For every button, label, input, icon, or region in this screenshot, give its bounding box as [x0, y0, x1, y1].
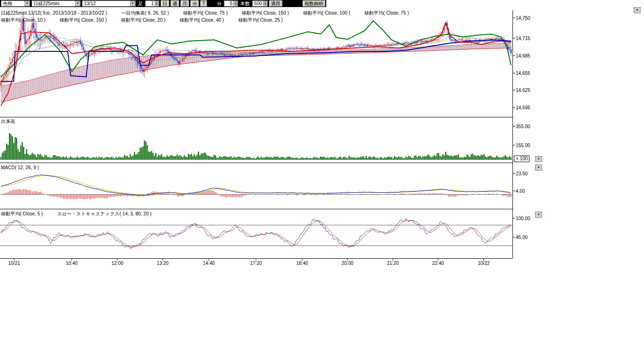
volume-pane	[0, 133, 512, 160]
price-pane-legend-row2: 移動平均( Close, 10 ) 移動平均( Close, 150 ) 移動平…	[1, 17, 297, 24]
bar-count-spinner[interactable]: ▲ ▼	[263, 1, 267, 7]
minute-count-spinner[interactable]: ▲ ▼	[233, 1, 238, 7]
apply-button[interactable]: 適用	[269, 0, 282, 7]
price-axis-label: 14,715	[516, 36, 530, 41]
period-minute-button[interactable]: 分	[190, 0, 199, 7]
stoch-axis-label: 100.00	[516, 216, 530, 221]
macd-axis-label: 4.00	[516, 189, 525, 194]
period-month-button[interactable]: 月	[181, 0, 189, 7]
multi-symbol-button[interactable]: 複数銘柄	[303, 0, 325, 7]
volume-multiplier-badge: × 100	[514, 156, 529, 162]
chevron-down-icon: ▼	[537, 213, 540, 216]
price-pane-legend-row1: 日経225mini 13/12( 5分, 2013/10/18 - 2013/1…	[1, 10, 423, 16]
chevron-down-icon[interactable]: ▼	[130, 1, 135, 6]
stoch-pane-legend: 移動平均( Close, 5 ) スロー・ストキャスティクス( 14, 3, 8…	[1, 211, 165, 217]
time-axis-label: 21:20	[382, 261, 403, 266]
interval-value: 1	[147, 1, 154, 6]
symbol-select[interactable]: 日経225mini ▼	[32, 0, 81, 7]
period-day-button[interactable]: 日	[161, 0, 169, 7]
time-axis-label: 18:40	[292, 261, 313, 266]
chart-area: 日経225mini 13/12( 5分, 2013/10/18 - 2013/1…	[0, 0, 644, 271]
macd-pane-label: MACD( 12, 26, 9 )	[1, 165, 39, 170]
overlay-ma75b-label: 移動平均( Close, 75 )	[364, 10, 409, 16]
chevron-down-icon[interactable]: ▼	[25, 1, 30, 6]
time-axis-label: 13:20	[152, 261, 173, 266]
chevron-down-icon: ▼	[537, 166, 540, 169]
market-select[interactable]: 先物 ▼	[1, 0, 30, 7]
spinner-down-icon[interactable]: ▼	[233, 4, 238, 7]
stoch-pane-menu-button[interactable]: ▼	[535, 212, 542, 218]
time-axis-label: 22:40	[428, 261, 448, 266]
macd-pane	[0, 175, 512, 199]
macd-pane-menu-button[interactable]: ▼	[535, 165, 542, 171]
spinner-down-icon[interactable]: ▼	[155, 4, 159, 7]
symbol-select-value: 日経225mini	[33, 0, 59, 7]
chevron-down-icon: ▼	[636, 8, 639, 11]
chart-title: 日経225mini 13/12( 5分, 2013/10/18 - 2013/1…	[1, 10, 107, 16]
bar-count-value: 500	[254, 1, 262, 6]
overlay-ma150-label: 移動平均( Close, 150 )	[242, 10, 289, 16]
overlay-ma40-label: 移動平均( Close, 40 )	[180, 17, 224, 24]
contract-month-select[interactable]: 13/12 ▼	[82, 0, 136, 7]
time-axis-label: 10/22	[473, 261, 494, 266]
overlay-ma20-label: 移動平均( Close, 20 )	[121, 17, 165, 24]
time-axis-label: 12:00	[107, 261, 128, 266]
time-axis-label: 10/21	[4, 261, 25, 266]
price-pane	[0, 14, 512, 106]
period-week-button[interactable]: 週	[171, 0, 179, 7]
volume-pane-menu-button[interactable]: ▼	[535, 156, 542, 162]
chevron-down-icon[interactable]: ▼	[75, 1, 80, 6]
chevron-down-icon: ▼	[537, 157, 540, 160]
chart-canvas[interactable]	[0, 0, 644, 271]
overlay-ichimoku-label: 一目均衡表( 9, 26, 52 )	[121, 10, 169, 16]
stoch-axis-label: 45.00	[516, 235, 528, 240]
toolbar: 先物 ▼ 日経225mini ▼ 13/12 ▼ 足 1 ▲ ▼ 日 週 月 分…	[0, 0, 326, 7]
price-axis-label: 14,655	[516, 71, 530, 76]
minute-count-input[interactable]: 5 ▲ ▼	[224, 0, 238, 7]
time-axis-label: 14:40	[198, 261, 219, 266]
tick-button[interactable]: T	[200, 0, 207, 7]
minute-unit-label: 分	[216, 0, 223, 7]
interval-spinner[interactable]: ▲ ▼	[155, 1, 159, 7]
time-axis-label: 17:20	[246, 261, 266, 266]
bar-count-input[interactable]: 500 ▲ ▼	[252, 0, 268, 7]
overlay-ma100-label: 移動平均( Close, 100 )	[303, 10, 350, 16]
bar-count-label: 本数	[239, 0, 251, 7]
volume-axis-label: 155.00	[516, 143, 530, 148]
time-axis-label: 20:00	[337, 261, 358, 266]
overlay-ma75-label: 移動平均( Close, 75 )	[183, 10, 227, 16]
bar-type-label: 足	[137, 0, 144, 7]
price-axis-label: 14,595	[516, 105, 530, 110]
overlay-ma150b-label: 移動平均( Close, 150 )	[59, 17, 107, 24]
overlay-ma10-label: 移動平均( Close, 10 )	[1, 17, 45, 24]
time-axis-label: 10:40	[61, 261, 82, 266]
price-pane-menu-button[interactable]: ▼	[634, 7, 641, 13]
contract-month-value: 13/12	[84, 1, 96, 6]
spinner-down-icon[interactable]: ▼	[263, 4, 267, 7]
trading-chart-window: 先物 ▼ 日経225mini ▼ 13/12 ▼ 足 1 ▲ ▼ 日 週 月 分…	[0, 0, 644, 362]
volume-axis-label: 355.00	[516, 124, 530, 129]
volume-pane-label: 出来高	[1, 118, 15, 125]
minute-count-value: 5	[226, 1, 232, 6]
stochastics-pane	[0, 219, 512, 248]
stoch-label: スロー・ストキャスティクス( 14, 3, 80, 20 )	[57, 211, 151, 217]
stoch-ma-label: 移動平均( Close, 5 )	[1, 211, 43, 217]
price-axis-label: 14,750	[516, 16, 530, 21]
price-axis-label: 14,625	[516, 88, 530, 93]
interval-input[interactable]: 1 ▲ ▼	[145, 0, 159, 7]
price-axis-label: 14,685	[516, 53, 530, 58]
market-select-value: 先物	[3, 0, 12, 7]
macd-axis-label: 23.50	[516, 171, 528, 176]
overlay-ma25-label: 移動平均( Close, 25 )	[238, 17, 282, 24]
